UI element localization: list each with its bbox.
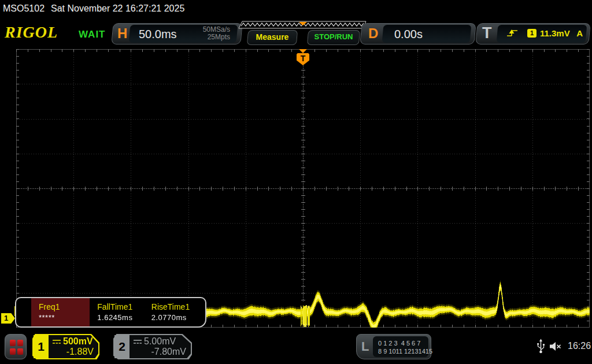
logic-channels-row2: 8 9 1011 12131415 [378,347,428,355]
graticule-canvas [16,49,590,328]
measure-button-label: Measure [247,32,297,42]
dc-coupling-icon [52,336,61,347]
horizontal-timebase-panel[interactable]: H 50.0ms 50MSa/s 25Mpts [112,23,242,44]
dc-coupling-icon [133,336,142,347]
channel1-ground-marker[interactable]: 1 [1,313,15,324]
measurement-label: RiseTime1 [151,302,205,311]
model-name: MSO5102 [3,3,45,14]
channel1-offset-value: -1.88V [66,347,94,357]
channel1-status-button[interactable]: 1 500mV -1.88V [32,334,99,359]
measurement-results-box: Freq1 ***** FallTime1 1.6245ms RiseTime1… [15,297,206,328]
trigger-source-badge: 1 [527,29,536,38]
delay-panel[interactable]: D 0.00s [361,23,475,44]
channel1-number-tab: 1 [34,335,49,358]
measurement-value: 2.0770ms [151,313,205,322]
red-square-icon [17,348,23,355]
datetime-text: Sat November 22 16:27:21 2025 [51,3,184,14]
red-square-icon [10,340,16,346]
channel1-scale: 500mV [52,336,93,347]
waveform-overview-strip[interactable] [238,21,367,29]
window-layout-button[interactable] [5,334,27,359]
trigger-label: T [482,24,492,42]
logic-analyzer-label: L [361,339,369,354]
measure-button[interactable]: Measure [247,30,297,45]
trigger-position-arrow [299,49,307,53]
channel2-scale-value: 5.00mV [144,336,176,346]
channel1-scale-value: 500mV [63,336,93,346]
measurement-value: ***** [39,313,90,322]
oscilloscope-screen: MSO5102 Sat November 22 16:27:21 2025 RI… [0,0,592,364]
rigol-logo: RIGOL [5,23,58,42]
timebase-value: 50.0ms [139,28,177,41]
delay-label: D [368,25,378,42]
trigger-level-value: 11.3mV [540,28,570,38]
acquisition-info: 50MSa/s 25Mpts [203,26,230,41]
speaker-muted-icon [549,341,562,354]
stop-run-button-label: STOP/RUN [308,32,360,41]
top-status-bar: MSO5102 Sat November 22 16:27:21 2025 [0,0,592,17]
logic-analyzer-status-button[interactable]: L 0 1 2 3 4 5 6 7 8 9 1011 12131415 [356,334,431,359]
stop-run-button[interactable]: STOP/RUN [308,30,360,45]
rising-edge-trigger-icon [506,28,518,40]
channel2-scale: 5.00mV [133,336,176,347]
trigger-panel[interactable]: T 1 11.3mV A [476,23,590,44]
channel2-offset-value: -7.80mV [151,347,186,357]
channel2-number-tab: 2 [114,335,130,358]
channel2-status-button[interactable]: 2 5.00mV -7.80mV [113,334,192,359]
overview-zigzag [238,21,367,29]
delay-value: 0.00s [394,28,423,41]
logic-channels-well: 0 1 2 3 4 5 6 7 8 9 1011 12131415 [373,336,428,357]
measurement-label: Freq1 [39,302,90,311]
measurement-item-risetime1[interactable]: RiseTime1 2.0770ms [144,298,205,326]
measurement-item-falltime1[interactable]: FallTime1 1.6245ms [90,298,143,326]
clock-display: 16:26 [568,341,591,351]
red-square-icon [10,348,16,355]
usb-icon [536,339,545,356]
measurement-label: FallTime1 [97,302,143,311]
measurement-item-freq1[interactable]: Freq1 ***** [31,298,90,326]
logic-channels-row1: 0 1 2 3 4 5 6 7 [378,339,428,347]
memory-depth: 25Mpts [203,34,230,41]
trigger-mode-auto: A [576,28,583,38]
horizontal-label: H [117,25,127,42]
red-square-icon [17,340,23,346]
measurement-value: 1.6245ms [97,313,143,322]
run-status-indicator: WAIT [79,29,106,40]
